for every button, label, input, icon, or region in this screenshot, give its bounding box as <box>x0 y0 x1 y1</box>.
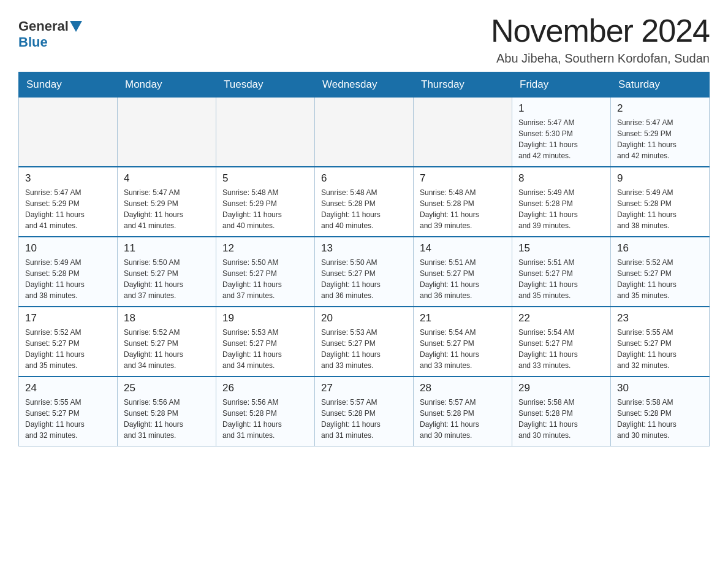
day-number: 29 <box>518 382 604 394</box>
day-number: 5 <box>222 172 308 185</box>
calendar-cell: 22Sunrise: 5:54 AM Sunset: 5:27 PM Dayli… <box>512 307 611 377</box>
day-number: 16 <box>617 242 703 255</box>
day-info: Sunrise: 5:51 AM Sunset: 5:27 PM Dayligh… <box>518 257 604 301</box>
day-info: Sunrise: 5:47 AM Sunset: 5:29 PM Dayligh… <box>25 187 111 231</box>
calendar-cell: 23Sunrise: 5:55 AM Sunset: 5:27 PM Dayli… <box>611 307 710 377</box>
calendar-week-row: 1Sunrise: 5:47 AM Sunset: 5:30 PM Daylig… <box>19 98 710 167</box>
day-info: Sunrise: 5:56 AM Sunset: 5:28 PM Dayligh… <box>124 397 210 441</box>
weekday-header-monday: Monday <box>118 72 216 98</box>
day-number: 17 <box>25 312 111 324</box>
day-info: Sunrise: 5:58 AM Sunset: 5:28 PM Dayligh… <box>617 397 703 441</box>
calendar-cell: 9Sunrise: 5:49 AM Sunset: 5:28 PM Daylig… <box>611 167 710 237</box>
weekday-header-tuesday: Tuesday <box>216 72 315 98</box>
day-info: Sunrise: 5:50 AM Sunset: 5:27 PM Dayligh… <box>222 257 308 301</box>
weekday-header-thursday: Thursday <box>414 72 512 98</box>
day-number: 8 <box>518 172 604 185</box>
day-number: 10 <box>25 242 111 255</box>
weekday-header-saturday: Saturday <box>611 72 710 98</box>
day-number: 3 <box>25 172 111 185</box>
month-title: November 2024 <box>491 12 710 49</box>
day-info: Sunrise: 5:49 AM Sunset: 5:28 PM Dayligh… <box>518 187 604 231</box>
day-number: 9 <box>617 172 703 185</box>
calendar-week-row: 17Sunrise: 5:52 AM Sunset: 5:27 PM Dayli… <box>19 307 710 377</box>
day-number: 7 <box>420 172 506 185</box>
day-info: Sunrise: 5:48 AM Sunset: 5:28 PM Dayligh… <box>420 187 506 231</box>
day-number: 23 <box>617 312 703 324</box>
calendar-cell: 8Sunrise: 5:49 AM Sunset: 5:28 PM Daylig… <box>512 167 611 237</box>
calendar-cell: 14Sunrise: 5:51 AM Sunset: 5:27 PM Dayli… <box>414 237 512 307</box>
calendar-week-row: 3Sunrise: 5:47 AM Sunset: 5:29 PM Daylig… <box>19 167 710 237</box>
day-number: 26 <box>222 382 308 394</box>
calendar-cell: 7Sunrise: 5:48 AM Sunset: 5:28 PM Daylig… <box>414 167 512 237</box>
day-info: Sunrise: 5:52 AM Sunset: 5:27 PM Dayligh… <box>25 327 111 371</box>
day-info: Sunrise: 5:47 AM Sunset: 5:29 PM Dayligh… <box>124 187 210 231</box>
calendar-cell: 26Sunrise: 5:56 AM Sunset: 5:28 PM Dayli… <box>216 377 315 446</box>
calendar-cell: 20Sunrise: 5:53 AM Sunset: 5:27 PM Dayli… <box>315 307 414 377</box>
calendar-table: SundayMondayTuesdayWednesdayThursdayFrid… <box>18 72 710 446</box>
calendar-cell <box>19 98 118 167</box>
calendar-week-row: 10Sunrise: 5:49 AM Sunset: 5:28 PM Dayli… <box>19 237 710 307</box>
weekday-header-friday: Friday <box>512 72 611 98</box>
day-number: 1 <box>518 102 604 115</box>
day-number: 21 <box>420 312 506 324</box>
day-info: Sunrise: 5:53 AM Sunset: 5:27 PM Dayligh… <box>321 327 407 371</box>
calendar-cell: 12Sunrise: 5:50 AM Sunset: 5:27 PM Dayli… <box>216 237 315 307</box>
day-number: 20 <box>321 312 407 324</box>
day-info: Sunrise: 5:58 AM Sunset: 5:28 PM Dayligh… <box>518 397 604 441</box>
day-info: Sunrise: 5:49 AM Sunset: 5:28 PM Dayligh… <box>617 187 703 231</box>
calendar-cell: 5Sunrise: 5:48 AM Sunset: 5:29 PM Daylig… <box>216 167 315 237</box>
weekday-header-wednesday: Wednesday <box>315 72 414 98</box>
calendar-cell: 27Sunrise: 5:57 AM Sunset: 5:28 PM Dayli… <box>315 377 414 446</box>
day-info: Sunrise: 5:50 AM Sunset: 5:27 PM Dayligh… <box>321 257 407 301</box>
day-info: Sunrise: 5:49 AM Sunset: 5:28 PM Dayligh… <box>25 257 111 301</box>
day-number: 4 <box>124 172 210 185</box>
weekday-header-sunday: Sunday <box>19 72 118 98</box>
day-number: 18 <box>124 312 210 324</box>
day-number: 28 <box>420 382 506 394</box>
calendar-cell: 16Sunrise: 5:52 AM Sunset: 5:27 PM Dayli… <box>611 237 710 307</box>
day-number: 19 <box>222 312 308 324</box>
day-info: Sunrise: 5:52 AM Sunset: 5:27 PM Dayligh… <box>124 327 210 371</box>
day-info: Sunrise: 5:54 AM Sunset: 5:27 PM Dayligh… <box>518 327 604 371</box>
day-number: 25 <box>124 382 210 394</box>
day-number: 11 <box>124 242 210 255</box>
day-info: Sunrise: 5:56 AM Sunset: 5:28 PM Dayligh… <box>222 397 308 441</box>
calendar-cell: 25Sunrise: 5:56 AM Sunset: 5:28 PM Dayli… <box>118 377 216 446</box>
day-info: Sunrise: 5:55 AM Sunset: 5:27 PM Dayligh… <box>617 327 703 371</box>
calendar-cell <box>315 98 414 167</box>
calendar-cell: 29Sunrise: 5:58 AM Sunset: 5:28 PM Dayli… <box>512 377 611 446</box>
calendar-cell: 4Sunrise: 5:47 AM Sunset: 5:29 PM Daylig… <box>118 167 216 237</box>
calendar-cell: 17Sunrise: 5:52 AM Sunset: 5:27 PM Dayli… <box>19 307 118 377</box>
calendar-cell: 19Sunrise: 5:53 AM Sunset: 5:27 PM Dayli… <box>216 307 315 377</box>
calendar-cell: 18Sunrise: 5:52 AM Sunset: 5:27 PM Dayli… <box>118 307 216 377</box>
page-header: General Blue November 2024 Abu Jibeha, S… <box>18 12 710 66</box>
calendar-cell: 24Sunrise: 5:55 AM Sunset: 5:27 PM Dayli… <box>19 377 118 446</box>
day-info: Sunrise: 5:55 AM Sunset: 5:27 PM Dayligh… <box>25 397 111 441</box>
day-info: Sunrise: 5:52 AM Sunset: 5:27 PM Dayligh… <box>617 257 703 301</box>
day-number: 27 <box>321 382 407 394</box>
calendar-cell: 30Sunrise: 5:58 AM Sunset: 5:28 PM Dayli… <box>611 377 710 446</box>
day-number: 12 <box>222 242 308 255</box>
calendar-week-row: 24Sunrise: 5:55 AM Sunset: 5:27 PM Dayli… <box>19 377 710 446</box>
calendar-cell <box>216 98 315 167</box>
title-area: November 2024 Abu Jibeha, Southern Kordo… <box>491 12 710 66</box>
calendar-cell: 3Sunrise: 5:47 AM Sunset: 5:29 PM Daylig… <box>19 167 118 237</box>
logo-arrow-icon <box>70 21 82 32</box>
location-title: Abu Jibeha, Southern Kordofan, Sudan <box>491 52 710 66</box>
day-number: 24 <box>25 382 111 394</box>
calendar-cell: 6Sunrise: 5:48 AM Sunset: 5:28 PM Daylig… <box>315 167 414 237</box>
day-info: Sunrise: 5:48 AM Sunset: 5:28 PM Dayligh… <box>321 187 407 231</box>
weekday-header-row: SundayMondayTuesdayWednesdayThursdayFrid… <box>19 72 710 98</box>
day-info: Sunrise: 5:54 AM Sunset: 5:27 PM Dayligh… <box>420 327 506 371</box>
day-info: Sunrise: 5:53 AM Sunset: 5:27 PM Dayligh… <box>222 327 308 371</box>
day-number: 13 <box>321 242 407 255</box>
calendar-cell: 13Sunrise: 5:50 AM Sunset: 5:27 PM Dayli… <box>315 237 414 307</box>
calendar-cell <box>414 98 512 167</box>
logo-blue-text: Blue <box>18 34 48 50</box>
day-number: 22 <box>518 312 604 324</box>
day-number: 14 <box>420 242 506 255</box>
day-number: 15 <box>518 242 604 255</box>
day-info: Sunrise: 5:57 AM Sunset: 5:28 PM Dayligh… <box>420 397 506 441</box>
calendar-cell <box>118 98 216 167</box>
calendar-cell: 10Sunrise: 5:49 AM Sunset: 5:28 PM Dayli… <box>19 237 118 307</box>
